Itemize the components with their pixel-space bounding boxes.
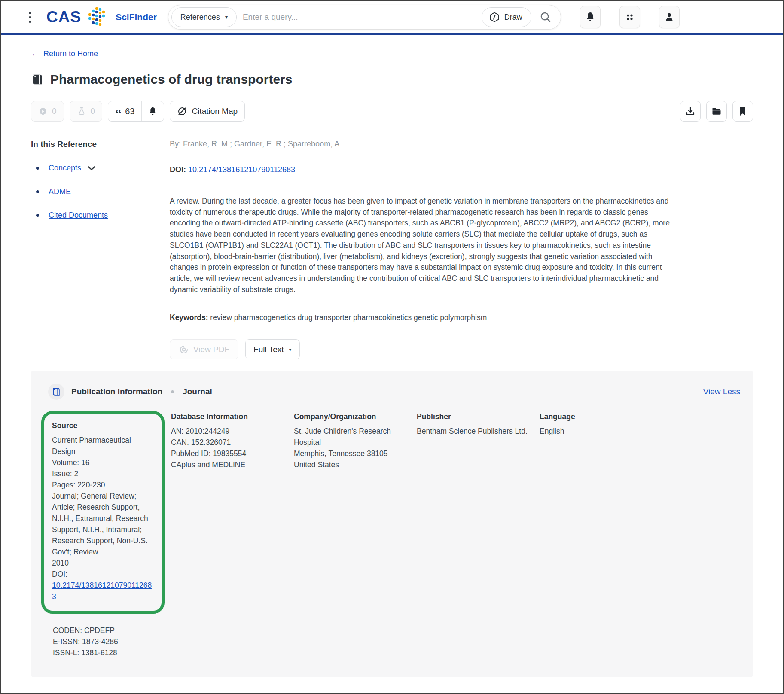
reference-actions-row: 0 0 “ 63 (31, 101, 753, 122)
left-arrow-icon: ← (31, 49, 39, 58)
citations-split-button: “ 63 (108, 101, 164, 122)
citation-alert-button[interactable] (142, 101, 164, 121)
in-this-reference-heading: In this Reference (31, 140, 170, 149)
dot-separator (171, 390, 174, 393)
account-button[interactable] (659, 6, 680, 28)
language-heading: Language (540, 411, 650, 422)
publisher-column: Publisher Bentham Science Publishers Ltd… (417, 411, 540, 658)
publication-information-heading: Publication Information (71, 387, 162, 396)
document-buttons: View PDF Full Text ▾ (170, 339, 670, 359)
publication-information-header: Publication Information Journal View Les… (42, 384, 740, 400)
search-input[interactable] (243, 12, 476, 22)
adme-link[interactable]: ADME (49, 187, 71, 196)
keywords-row: Keywords: review pharmacogenetics drug t… (170, 313, 670, 322)
kebab-menu-icon[interactable] (24, 9, 35, 26)
database-heading: Database Information (171, 411, 282, 422)
source-column: Source Current Pharmaceutical Design Vol… (42, 411, 171, 658)
doi-link[interactable]: 10.2174/138161210790112683 (188, 165, 295, 174)
publication-information-card: Publication Information Journal View Les… (31, 371, 753, 677)
substance-hexagon-icon (38, 107, 48, 116)
apps-grid-icon (625, 12, 635, 22)
cited-documents-link[interactable]: Cited Documents (49, 211, 108, 220)
brand-logo[interactable]: CAS (46, 6, 157, 28)
company-country: United States (294, 459, 405, 470)
database-an: AN: 2010:244249 (171, 426, 282, 437)
search-submit-button[interactable] (537, 8, 557, 26)
concepts-link[interactable]: Concepts (49, 164, 81, 173)
list-item-concepts: Concepts (31, 164, 170, 173)
list-item-cited-documents: Cited Documents (31, 211, 170, 220)
bell-icon (586, 12, 595, 22)
return-to-home-link[interactable]: ← Return to Home (31, 49, 98, 58)
cas-logo-text: CAS (46, 8, 81, 26)
database-can: CAN: 152:326071 (171, 437, 282, 448)
pdf-viewer-icon (179, 344, 189, 355)
search-scope-label: References (180, 13, 220, 22)
chevron-down-icon[interactable] (87, 165, 96, 171)
quotation-icon: “ (115, 112, 121, 116)
list-item-adme: ADME (31, 187, 170, 196)
publication-type: Journal (183, 387, 212, 396)
publication-book-icon (48, 384, 64, 400)
database-information-column: Database Information AN: 2010:244249 CAN… (171, 411, 294, 658)
citation-map-label: Citation Map (192, 107, 238, 116)
flask-icon (77, 107, 86, 116)
citations-count-button[interactable]: “ 63 (108, 101, 141, 121)
notifications-button[interactable] (580, 6, 601, 28)
keywords-label: Keywords: (170, 313, 208, 322)
page: CAS (0, 0, 784, 694)
source-identifiers: CODEN: CPDEFP E-ISSN: 1873-4286 ISSN-L: … (53, 625, 171, 658)
source-issnl: ISSN-L: 1381-6128 (53, 647, 171, 658)
source-coden: CODEN: CPDEFP (53, 625, 171, 636)
top-bar: CAS (1, 1, 783, 35)
language-value: English (540, 426, 650, 437)
source-year: 2010 (52, 557, 154, 569)
search-icon (539, 11, 552, 24)
publisher-name: Bentham Science Publishers Ltd. (417, 426, 528, 437)
reactions-count-button: 0 (70, 101, 103, 122)
save-to-folder-button[interactable] (706, 101, 727, 122)
page-title: Pharmacogenetics of drug transporters (50, 72, 292, 87)
source-issue: Issue: 2 (52, 468, 154, 479)
bookmark-button[interactable] (732, 101, 753, 122)
view-less-link[interactable]: View Less (703, 387, 740, 396)
publisher-heading: Publisher (417, 411, 528, 422)
content-columns: In this Reference Concepts ADME (31, 140, 753, 359)
folder-icon (711, 106, 722, 116)
scifinder-logo-text: SciFinder (116, 12, 157, 22)
bookmark-icon (738, 106, 747, 116)
draw-hexagon-icon (489, 12, 500, 23)
source-pages: Pages: 220-230 (52, 479, 154, 490)
doi-label: DOI: (170, 165, 186, 174)
company-heading: Company/Organization (294, 411, 405, 422)
bullet (36, 167, 39, 170)
company-name: St. Jude Children's Research Hospital (294, 426, 405, 448)
source-heading: Source (52, 420, 154, 431)
chevron-down-icon: ▾ (225, 14, 228, 20)
download-button[interactable] (680, 101, 701, 122)
source-annotation-box: Source Current Pharmaceutical Design Vol… (41, 411, 165, 614)
database-sources: CAplus and MEDLINE (171, 459, 282, 470)
draw-button-label: Draw (504, 13, 522, 22)
apps-grid-button[interactable] (619, 6, 640, 28)
citations-count: 63 (125, 107, 134, 116)
in-this-reference-panel: In this Reference Concepts ADME (31, 140, 170, 359)
citation-map-button[interactable]: Citation Map (170, 101, 245, 122)
substances-count: 0 (52, 107, 57, 116)
source-volume: Volume: 16 (52, 457, 154, 468)
keywords-text: review pharmacogenetics drug transporter… (210, 313, 487, 322)
source-document-types: Journal; General Review; Article; Resear… (52, 490, 154, 557)
source-doi-link[interactable]: 10.2174/138161210790112683 (52, 581, 152, 601)
bell-icon (149, 107, 157, 116)
full-text-button[interactable]: Full Text ▾ (245, 339, 299, 359)
search-scope-dropdown[interactable]: References ▾ (171, 7, 237, 27)
source-eissn: E-ISSN: 1873-4286 (53, 636, 171, 647)
language-column: Language English (540, 411, 662, 658)
full-text-label: Full Text (253, 345, 284, 354)
in-this-reference-list: Concepts ADME Cited Documents (31, 164, 170, 220)
journal-book-icon (31, 73, 44, 86)
company-city: Memphis, Tennessee 38105 (294, 448, 405, 459)
source-journal-name: Current Pharmaceutical Design (52, 435, 154, 457)
draw-button[interactable]: Draw (482, 7, 531, 27)
view-pdf-label: View PDF (193, 345, 229, 354)
